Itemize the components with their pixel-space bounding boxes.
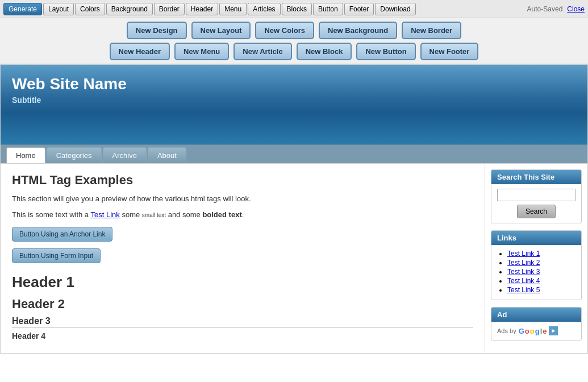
paragraph2-prefix: This is some text with a xyxy=(12,210,90,219)
action-buttons: New Design New Layout New Colors New Bac… xyxy=(0,18,588,64)
toolbar-btn-articles[interactable]: Articles xyxy=(248,3,280,15)
toolbar-btn-download[interactable]: Download xyxy=(375,3,415,15)
search-box-title: Search This Site xyxy=(491,170,581,184)
article-paragraph-1: This section will give you a preview of … xyxy=(12,193,473,205)
google-g2: g xyxy=(535,327,540,335)
links-box: Links Test Link 1 Test Link 2 Test Link … xyxy=(491,230,582,300)
preview-h1: Header 1 xyxy=(12,273,473,291)
nav-tabs: Home Categories Archive About xyxy=(1,144,587,163)
google-o2: o xyxy=(530,327,535,335)
preview-area: Web Site Name Subtitle Home Categories A… xyxy=(0,64,588,354)
button-form: Button Using Form Input xyxy=(12,246,473,265)
small-text: small text xyxy=(142,212,166,218)
toolbar-btn-button[interactable]: Button xyxy=(313,3,343,15)
list-item: Test Link 2 xyxy=(507,259,576,267)
search-button[interactable]: Search xyxy=(517,205,556,218)
anchor-link-button[interactable]: Button Using an Anchor Link xyxy=(12,227,112,242)
paragraph2-middle: some xyxy=(120,210,142,219)
toolbar-btn-generate[interactable]: Generate xyxy=(3,3,42,15)
new-block-button[interactable]: New Block xyxy=(297,43,352,60)
bolded-text: bolded text xyxy=(202,210,241,219)
button-anchor: Button Using an Anchor Link xyxy=(12,225,473,244)
link-1[interactable]: Test Link 1 xyxy=(507,250,540,258)
search-input[interactable] xyxy=(497,189,576,201)
toolbar-btn-background[interactable]: Background xyxy=(106,3,153,15)
toolbar-btn-layout[interactable]: Layout xyxy=(43,3,74,15)
list-item: Test Link 5 xyxy=(507,286,576,294)
toolbar-btn-colors[interactable]: Colors xyxy=(75,3,105,15)
ad-box: Ad Ads by Google ► xyxy=(491,307,582,341)
new-background-button[interactable]: New Background xyxy=(319,22,397,39)
google-e: e xyxy=(543,327,547,335)
preview-h3: Header 3 xyxy=(12,316,473,328)
new-border-button[interactable]: New Border xyxy=(402,22,461,39)
google-l: l xyxy=(540,327,543,335)
google-g: G xyxy=(519,327,524,335)
new-footer-button[interactable]: New Footer xyxy=(420,43,479,60)
form-input-button[interactable]: Button Using Form Input xyxy=(12,248,101,263)
article-area: HTML Tag Examples This section will give… xyxy=(1,164,485,353)
nav-tab-categories[interactable]: Categories xyxy=(47,147,102,163)
close-button[interactable]: Close xyxy=(567,5,585,13)
site-subtitle: Subtitle xyxy=(12,96,576,105)
toolbar-btn-header[interactable]: Header xyxy=(186,3,218,15)
sidebar: Search This Site Search Links Test Link … xyxy=(485,164,587,353)
link-2[interactable]: Test Link 2 xyxy=(507,259,540,267)
new-layout-button[interactable]: New Layout xyxy=(191,22,251,39)
google-logo: Google xyxy=(519,327,547,335)
list-item: Test Link 1 xyxy=(507,250,576,258)
new-design-button[interactable]: New Design xyxy=(127,22,187,39)
toolbar: Generate Layout Colors Background Border… xyxy=(0,0,588,18)
toolbar-btn-blocks[interactable]: Blocks xyxy=(282,3,312,15)
new-header-button[interactable]: New Header xyxy=(110,43,170,60)
search-box-content: Search xyxy=(491,184,581,223)
toolbar-btn-footer[interactable]: Footer xyxy=(344,3,374,15)
list-item: Test Link 3 xyxy=(507,268,576,276)
nav-tab-archive[interactable]: Archive xyxy=(103,147,147,163)
main-content: HTML Tag Examples This section will give… xyxy=(1,163,587,353)
ad-google-label: Ads by Google ► xyxy=(497,326,576,335)
site-header: Web Site Name Subtitle xyxy=(1,65,587,144)
site-name: Web Site Name xyxy=(12,75,576,93)
article-title: HTML Tag Examples xyxy=(12,173,473,188)
auto-saved-label: Auto-Saved xyxy=(527,5,563,13)
link-3[interactable]: Test Link 3 xyxy=(507,268,540,276)
new-article-button[interactable]: New Article xyxy=(233,43,291,60)
ad-arrow-icon: ► xyxy=(549,326,558,335)
preview-h4: Header 4 xyxy=(12,331,473,341)
link-5[interactable]: Test Link 5 xyxy=(507,286,540,294)
ad-box-title: Ad xyxy=(491,308,581,322)
ads-by-text: Ads by xyxy=(497,327,516,334)
toolbar-btn-border[interactable]: Border xyxy=(154,3,185,15)
list-item: Test Link 4 xyxy=(507,277,576,285)
ad-box-content: Ads by Google ► xyxy=(491,322,581,340)
search-box: Search This Site Search xyxy=(491,169,582,223)
links-box-content: Test Link 1 Test Link 2 Test Link 3 Test… xyxy=(491,245,581,300)
nav-tab-about[interactable]: About xyxy=(148,147,186,163)
preview-h2: Header 2 xyxy=(12,297,473,312)
paragraph2-end: . xyxy=(242,210,244,219)
nav-tab-home[interactable]: Home xyxy=(6,147,45,163)
paragraph2-suffix: and some xyxy=(166,210,202,219)
link-4[interactable]: Test Link 4 xyxy=(507,277,540,285)
links-list: Test Link 1 Test Link 2 Test Link 3 Test… xyxy=(497,250,576,294)
new-menu-button[interactable]: New Menu xyxy=(174,43,229,60)
test-link[interactable]: Test Link xyxy=(90,210,119,219)
new-colors-button[interactable]: New Colors xyxy=(255,22,314,39)
google-o1: o xyxy=(525,327,529,335)
new-button-button[interactable]: New Button xyxy=(356,43,415,60)
links-box-title: Links xyxy=(491,231,581,245)
article-paragraph-2: This is some text with a Test Link some … xyxy=(12,209,473,221)
toolbar-btn-menu[interactable]: Menu xyxy=(219,3,247,15)
action-row-2: New Header New Menu New Article New Bloc… xyxy=(110,43,479,60)
action-row-1: New Design New Layout New Colors New Bac… xyxy=(127,22,461,39)
